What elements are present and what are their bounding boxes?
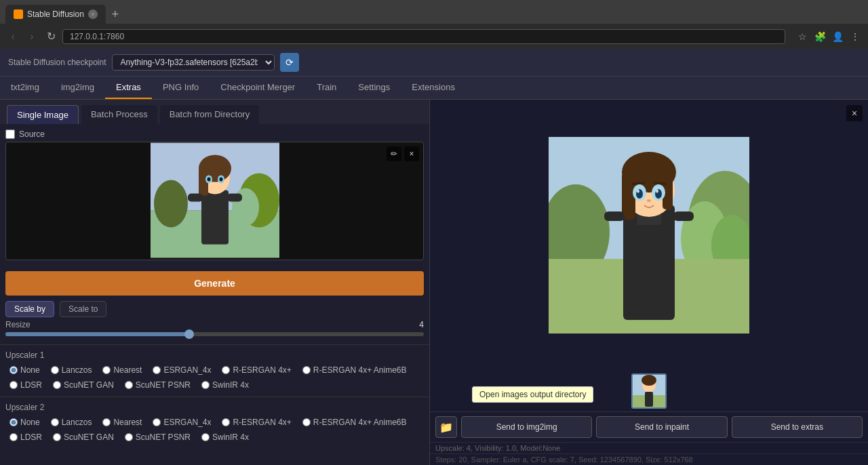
upscaler2-resrgan4x-anime6b[interactable]: R-ESRGAN 4x+ Anime6B (298, 416, 411, 428)
sub-tab-batch-process[interactable]: Batch Process (81, 105, 157, 124)
upscaler2-esrgan4x[interactable]: ESRGAN_4x (149, 416, 215, 428)
tab-close-button[interactable]: × (88, 9, 98, 19)
svg-rect-45 (645, 392, 653, 407)
upscaler2-radio-group: None Lanczos Nearest ESRGAN_4x (5, 416, 424, 428)
source-checkbox[interactable] (5, 129, 15, 139)
upscaler2-scunet-psnr-label: ScuNET PSNR (136, 432, 191, 442)
tab-img2img[interactable]: img2img (50, 77, 105, 99)
tab-extensions[interactable]: Extensions (401, 77, 466, 99)
source-label: Source (5, 129, 424, 139)
scale-to-tab[interactable]: Scale to (60, 301, 106, 317)
upscaler1-swinir4x[interactable]: SwinIR 4x (197, 379, 253, 391)
upscaler2-scunet-gan-label: ScuNET GAN (64, 432, 114, 442)
upscaler2-swinir4x-label: SwinIR 4x (212, 432, 249, 442)
output-thumbnail[interactable] (631, 373, 667, 409)
tooltip: Open images output directory (472, 386, 593, 403)
upscaler2-none-label: None (20, 418, 40, 427)
upscaler2-resrgan4x-label: R-ESRGAN 4x+ (233, 418, 291, 427)
upscaler1-nearest[interactable]: Nearest (98, 364, 146, 376)
resize-label: Resize 4 (5, 320, 424, 329)
upscaler1-esrgan4x-label: ESRGAN_4x (163, 365, 211, 375)
status-text: Upscale: 4, Visibility: 1.0, Model:None (435, 444, 560, 452)
upscaler1-section: Upscaler 1 None Lanczos Nearest (0, 344, 429, 397)
generate-button[interactable]: Generate (5, 271, 424, 296)
upscaler1-label: Upscaler 1 (5, 350, 424, 360)
sub-tabs: Single Image Batch Process Batch from Di… (0, 100, 429, 124)
back-button[interactable]: ‹ (5, 29, 20, 44)
upscaler1-radio-group: None Lanczos Nearest ESRGAN_4x (5, 364, 424, 376)
model-select[interactable]: Anything-V3-fp32.safetensors [625a2ba2] (112, 54, 275, 70)
send-to-img2img-button[interactable]: Send to img2img (461, 416, 592, 438)
content-area: Single Image Batch Process Batch from Di… (0, 100, 868, 465)
source-image-svg (151, 142, 279, 258)
upscaler1-ldsr[interactable]: LDSR (5, 379, 46, 391)
svg-point-37 (647, 199, 651, 202)
resize-slider-thumb[interactable] (184, 329, 194, 339)
upscaler2-swinir4x[interactable]: SwinIR 4x (197, 431, 253, 443)
upscaler1-lanczos[interactable]: Lanczos (47, 364, 96, 376)
upscaler2-label: Upscaler 2 (5, 403, 424, 412)
upscaler1-resrgan4x-anime6b[interactable]: R-ESRGAN 4x+ Anime6B (298, 364, 411, 376)
resize-label-text: Resize (5, 320, 31, 329)
upscaler2-none[interactable]: None (5, 416, 44, 428)
bookmark-button[interactable]: ☆ (795, 29, 810, 44)
svg-rect-15 (227, 193, 242, 201)
tab-txt2img[interactable]: txt2img (0, 77, 50, 99)
status-bar: Upscale: 4, Visibility: 1.0, Model:None (430, 442, 868, 453)
svg-point-12 (207, 177, 210, 181)
refresh-button[interactable]: ↻ (43, 29, 58, 44)
gen-info-bar: Steps: 20, Sampler: Euler a, CFG scale: … (430, 453, 868, 465)
upscaler2-nearest[interactable]: Nearest (98, 416, 146, 428)
forward-button[interactable]: › (24, 29, 39, 44)
close-output-button[interactable]: × (846, 105, 863, 121)
resize-slider-track (5, 332, 424, 336)
svg-point-3 (154, 180, 188, 227)
tab-settings[interactable]: Settings (347, 77, 401, 99)
sub-tab-batch-from-directory[interactable]: Batch from Directory (160, 105, 259, 124)
upscaler1-resrgan4x[interactable]: R-ESRGAN 4x+ (218, 364, 295, 376)
url-input[interactable]: 127.0.0.1:7860 (62, 29, 785, 44)
source-area: Source (0, 124, 429, 266)
open-output-dir-button[interactable]: 📁 (435, 416, 457, 438)
tab-favicon (14, 9, 23, 19)
scale-by-tab[interactable]: Scale by (5, 301, 54, 317)
tab-png-info[interactable]: PNG Info (152, 77, 210, 99)
active-tab[interactable]: Stable Diffusion × (5, 5, 106, 24)
upscaler2-ldsr-label: LDSR (20, 432, 42, 442)
browser-chrome: Stable Diffusion × + ‹ › ↻ 127.0.0.1:786… (0, 0, 868, 49)
profile-button[interactable]: 👤 (830, 29, 845, 44)
upscaler1-swinir4x-label: SwinIR 4x (212, 380, 249, 390)
source-image-container[interactable]: ✏ × (5, 142, 424, 260)
model-refresh-button[interactable]: ⟳ (280, 53, 299, 72)
upscaler2-section: Upscaler 2 None Lanczos Nearest (0, 397, 429, 449)
tab-train[interactable]: Train (306, 77, 347, 99)
svg-point-13 (219, 177, 222, 181)
left-panel: Single Image Batch Process Batch from Di… (0, 100, 430, 465)
edit-image-button[interactable]: ✏ (387, 146, 401, 161)
extensions-button[interactable]: 🧩 (812, 29, 827, 44)
upscaler1-scunet-psnr[interactable]: ScuNET PSNR (121, 379, 195, 391)
upscaler1-none[interactable]: None (5, 364, 44, 376)
menu-button[interactable]: ⋮ (848, 29, 863, 44)
upscaler1-radio-group-2: LDSR ScuNET GAN ScuNET PSNR SwinIR 4x (5, 379, 424, 391)
upscaler2-resrgan4x[interactable]: R-ESRGAN 4x+ (218, 416, 295, 428)
upscaler1-esrgan4x[interactable]: ESRGAN_4x (149, 364, 215, 376)
send-to-extras-button[interactable]: Send to extras (732, 416, 863, 438)
output-area: × (430, 100, 868, 465)
svg-point-34 (656, 190, 658, 193)
send-to-inpaint-button[interactable]: Send to inpaint (596, 416, 727, 438)
upscaler1-nearest-label: Nearest (113, 365, 142, 375)
new-tab-button[interactable]: + (106, 5, 125, 24)
upscaler1-resrgan4x-label: R-ESRGAN 4x+ (233, 365, 291, 375)
remove-image-button[interactable]: × (404, 146, 419, 161)
upscaler2-scunet-gan[interactable]: ScuNET GAN (49, 431, 118, 443)
upscaler2-nearest-label: Nearest (113, 418, 142, 427)
upscaler2-scunet-psnr[interactable]: ScuNET PSNR (121, 431, 195, 443)
upscaler1-scunet-gan[interactable]: ScuNET GAN (49, 379, 118, 391)
svg-rect-14 (188, 193, 203, 201)
upscaler2-ldsr[interactable]: LDSR (5, 431, 46, 443)
upscaler2-lanczos[interactable]: Lanczos (47, 416, 96, 428)
tab-extras[interactable]: Extras (105, 77, 152, 99)
sub-tab-single-image[interactable]: Single Image (7, 105, 79, 124)
tab-checkpoint-merger[interactable]: Checkpoint Merger (210, 77, 306, 99)
